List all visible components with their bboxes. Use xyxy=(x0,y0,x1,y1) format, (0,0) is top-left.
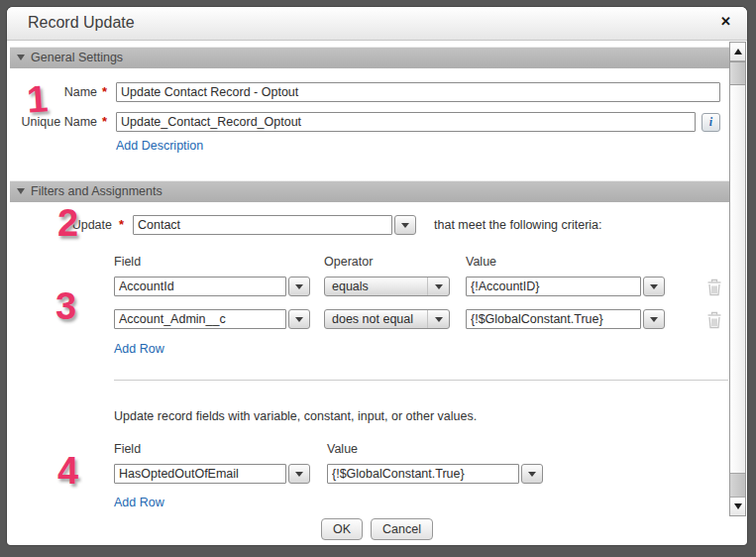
filter-field-input[interactable] xyxy=(114,309,286,329)
operator-value: does not equal xyxy=(332,312,413,326)
assignment-value-dropdown-button[interactable] xyxy=(521,464,543,484)
criteria-caption: that meet the following criteria: xyxy=(434,218,602,232)
ok-button[interactable]: OK xyxy=(321,518,363,540)
filter-field-input[interactable] xyxy=(114,277,286,296)
cancel-button[interactable]: Cancel xyxy=(371,518,433,540)
assignments-caption: Update record fields with variable, cons… xyxy=(114,409,477,423)
chevron-down-icon xyxy=(650,317,658,322)
filters-add-row-link[interactable]: Add Row xyxy=(114,342,164,356)
filter-value-input[interactable] xyxy=(466,309,641,329)
filter-operator-select[interactable]: equals xyxy=(324,277,450,296)
scrollbar-lower-shade xyxy=(730,473,745,497)
section-header-filters-assignments[interactable]: Filters and Assignments xyxy=(10,180,729,202)
assignment-field-input[interactable] xyxy=(114,464,286,484)
filter-field-dropdown-button[interactable] xyxy=(288,277,310,296)
section-header-general-settings[interactable]: General Settings xyxy=(10,47,729,68)
collapse-triangle-icon xyxy=(17,55,25,60)
arrow-down-icon xyxy=(734,503,742,509)
dialog-title: Record Update xyxy=(28,14,135,32)
filter-col-field: Field xyxy=(114,255,141,269)
filter-operator-select[interactable]: does not equal xyxy=(324,309,450,329)
assignment-col-value: Value xyxy=(327,442,358,456)
chevron-down-icon xyxy=(295,472,303,477)
chevron-down-icon xyxy=(295,284,303,289)
operator-value: equals xyxy=(332,279,369,293)
section-title: General Settings xyxy=(31,51,123,64)
update-object-dropdown-button[interactable] xyxy=(394,215,416,235)
unique-name-required-marker: * xyxy=(102,112,107,132)
arrow-up-icon xyxy=(734,49,742,55)
info-icon[interactable]: i xyxy=(702,113,720,132)
assignments-add-row-link[interactable]: Add Row xyxy=(114,496,164,509)
vertical-scrollbar[interactable] xyxy=(729,42,746,516)
name-required-marker: * xyxy=(102,82,107,102)
scrollbar-thumb[interactable] xyxy=(730,61,745,85)
chevron-down-icon xyxy=(650,284,658,289)
annotation-step-3: 3 xyxy=(55,287,76,325)
delete-row-icon[interactable] xyxy=(706,278,722,296)
update-required-marker: * xyxy=(119,215,124,235)
filter-value-dropdown-button[interactable] xyxy=(643,309,665,329)
collapse-triangle-icon xyxy=(17,188,25,194)
name-input[interactable] xyxy=(116,82,720,102)
screen-background: Record Update ✕ General Settings Name * … xyxy=(0,0,756,557)
filter-value-dropdown-button[interactable] xyxy=(643,277,665,296)
chevron-down-icon xyxy=(427,278,449,295)
assignment-field-dropdown-button[interactable] xyxy=(288,464,310,484)
chevron-down-icon xyxy=(401,223,409,228)
filter-col-operator: Operator xyxy=(324,255,373,269)
close-icon[interactable]: ✕ xyxy=(720,15,731,29)
unique-name-label: Unique Name xyxy=(7,112,97,132)
section-divider xyxy=(114,380,728,381)
chevron-down-icon xyxy=(295,317,303,322)
name-label: Name xyxy=(7,82,97,102)
annotation-step-4: 4 xyxy=(57,452,78,490)
update-object-input[interactable] xyxy=(133,215,392,235)
dialog-titlebar: Record Update ✕ xyxy=(7,7,747,41)
chevron-down-icon xyxy=(427,310,449,328)
chevron-down-icon xyxy=(528,472,536,477)
annotation-step-2: 2 xyxy=(57,204,78,242)
annotation-step-1: 1 xyxy=(26,79,50,118)
filter-value-input[interactable] xyxy=(466,277,641,296)
filter-field-dropdown-button[interactable] xyxy=(288,309,310,329)
add-description-link[interactable]: Add Description xyxy=(116,139,203,153)
assignment-value-input[interactable] xyxy=(327,464,519,484)
scroll-up-button[interactable] xyxy=(730,43,745,61)
unique-name-input[interactable] xyxy=(116,112,696,132)
delete-row-icon[interactable] xyxy=(706,311,722,329)
assignment-col-field: Field xyxy=(114,442,141,456)
filter-col-value: Value xyxy=(466,255,496,269)
section-title: Filters and Assignments xyxy=(31,184,162,198)
scroll-down-button[interactable] xyxy=(730,497,745,515)
record-update-dialog: Record Update ✕ General Settings Name * … xyxy=(7,7,747,545)
footer-button-row: OK Cancel xyxy=(7,518,747,540)
